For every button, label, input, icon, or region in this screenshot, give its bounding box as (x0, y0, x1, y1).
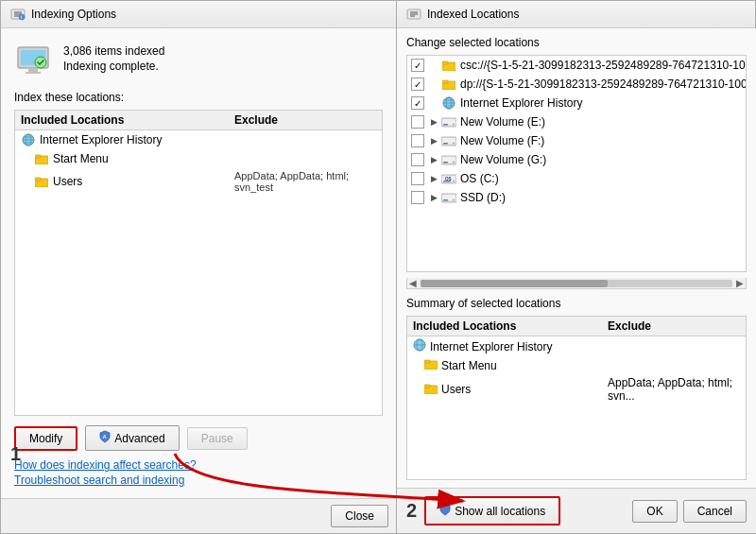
exclude-users: AppData; AppData; html; svn_test (234, 170, 376, 193)
tree-item[interactable]: ▶ New Volume (F:) (407, 131, 746, 150)
svg-point-54 (453, 198, 455, 200)
tree-item[interactable]: ✓ dp://{S-1-5-21-3099182313-2592489289-7… (407, 75, 746, 94)
folder-icon (424, 383, 438, 397)
table-row[interactable]: Internet Explorer History (15, 130, 382, 149)
expand-arrow (428, 97, 439, 109)
expand-arrow (428, 78, 439, 90)
tree-item[interactable]: ▶ New Volume (E:) (407, 112, 746, 131)
locations-table[interactable]: Included Locations Exclude Int (14, 110, 383, 416)
svg-rect-8 (28, 68, 38, 72)
drive-icon (441, 190, 456, 205)
checkbox[interactable] (411, 172, 424, 185)
checkbox[interactable]: ✓ (411, 96, 424, 110)
tree-item[interactable]: ▶ New Volume (G:) (407, 150, 746, 169)
tree-area[interactable]: ✓ csc://{S-1-5-21-3099182313-2592489289-… (406, 55, 747, 272)
table-row[interactable]: Users AppData; AppData; html; svn_test (15, 168, 382, 195)
expand-arrow: ▶ (428, 173, 439, 184)
drive-icon (441, 114, 456, 129)
summary-area: Included Locations Exclude Internet (406, 316, 747, 480)
status-message: Indexing complete. (63, 60, 164, 73)
tree-label: csc://{S-1-5-21-3099182313-2592489289-76… (460, 59, 747, 72)
left-title: Indexing Options (31, 8, 116, 21)
summary-row[interactable]: Users AppData; AppData; html; svn... (407, 374, 746, 405)
left-titlebar: i Indexing Options (1, 1, 396, 28)
tree-item[interactable]: ▶ OS OS (C:) (407, 169, 746, 188)
expand-arrow: ▶ (428, 135, 439, 146)
globe-icon (441, 95, 456, 111)
right-title: Indexed Locations (427, 8, 519, 21)
indexing-options-icon: i (10, 7, 26, 22)
summary-label: Summary of selected locations (406, 297, 747, 310)
included-header: Included Locations (21, 113, 234, 127)
folder-icon (441, 58, 456, 73)
summary-row[interactable]: Start Menu (407, 356, 746, 374)
expand-arrow (428, 60, 439, 71)
table-header: Included Locations Exclude (15, 111, 382, 130)
summary-ie-label: Internet Explorer History (430, 340, 608, 353)
advanced-label: Advanced (114, 432, 164, 445)
svg-point-45 (453, 161, 455, 163)
right-inner: Change selected locations ✓ csc://{S-1-5… (397, 28, 756, 533)
show-all-locations-button[interactable]: Show all locations (424, 496, 560, 525)
svg-rect-61 (424, 385, 430, 388)
folder-icon (34, 174, 49, 189)
tree-item[interactable]: ✓ Internet Explorer History (407, 94, 746, 112)
close-button[interactable]: Close (331, 505, 388, 527)
svg-rect-26 (442, 61, 448, 64)
svg-rect-36 (443, 124, 448, 126)
tree-label: dp://{S-1-5-21-3099182313-2592489289-764… (460, 78, 747, 91)
status-text: 3,086 items indexed Indexing complete. (63, 44, 164, 73)
checkbox[interactable]: ✓ (411, 59, 424, 72)
show-all-label: Show all locations (455, 505, 545, 518)
checkbox[interactable] (411, 191, 424, 204)
summary-exclude-header: Exclude (608, 319, 740, 333)
checkbox[interactable] (411, 134, 424, 147)
modify-button[interactable]: Modify (14, 426, 77, 451)
drive-icon (441, 133, 456, 148)
svg-rect-9 (26, 72, 41, 74)
summary-included-header: Included Locations (413, 319, 608, 333)
right-bottom-bar: 2 Show all locations OK Cancel (397, 488, 756, 533)
pause-button[interactable]: Pause (187, 427, 248, 450)
advanced-button[interactable]: A Advanced (85, 425, 179, 451)
location-users: Users (53, 175, 234, 188)
location-ie-history: Internet Explorer History (40, 133, 234, 146)
svg-rect-19 (35, 178, 41, 181)
tree-label: New Volume (G:) (460, 153, 546, 166)
summary-users-exclude: AppData; AppData; html; svn... (608, 376, 740, 403)
show-all-area: 2 Show all locations (406, 496, 560, 525)
how-does-link[interactable]: How does indexing affect searches? (14, 458, 383, 472)
shield-icon (439, 503, 451, 519)
folder-icon (34, 151, 49, 166)
tree-item[interactable]: ✓ csc://{S-1-5-21-3099182313-2592489289-… (407, 56, 746, 75)
troubleshoot-link[interactable]: Troubleshoot search and indexing (14, 474, 383, 487)
ok-button[interactable]: OK (632, 500, 677, 523)
svg-text:OS: OS (445, 176, 452, 181)
checkbox[interactable] (411, 115, 424, 129)
svg-point-37 (453, 123, 455, 125)
right-titlebar: Indexed Locations (397, 1, 755, 28)
table-row[interactable]: Start Menu (15, 149, 382, 168)
globe-icon (413, 338, 426, 354)
summary-startmenu-label: Start Menu (441, 359, 608, 372)
svg-rect-17 (35, 155, 41, 158)
checkbox[interactable]: ✓ (411, 78, 424, 91)
horizontal-scrollbar[interactable]: ◀ ▶ (406, 278, 747, 289)
expand-arrow: ▶ (428, 192, 439, 203)
cancel-button[interactable]: Cancel (683, 500, 747, 523)
left-content: 3,086 items indexed Indexing complete. I… (1, 28, 396, 498)
status-area: 3,086 items indexed Indexing complete. (14, 40, 383, 78)
indexed-locations-icon (406, 7, 421, 22)
location-start-menu: Start Menu (53, 152, 234, 165)
tree-label: New Volume (E:) (460, 115, 545, 129)
left-bottom-bar: Close (1, 498, 396, 533)
summary-row[interactable]: Internet Explorer History (407, 336, 746, 356)
svg-rect-53 (443, 199, 448, 201)
checkbox[interactable] (411, 153, 424, 166)
folder-icon (424, 358, 438, 372)
svg-point-41 (453, 142, 455, 144)
drive-icon (441, 152, 456, 167)
svg-rect-59 (424, 360, 430, 363)
number-badge-1: 1 (10, 443, 21, 465)
tree-item[interactable]: ▶ SSD (D:) (407, 188, 746, 207)
